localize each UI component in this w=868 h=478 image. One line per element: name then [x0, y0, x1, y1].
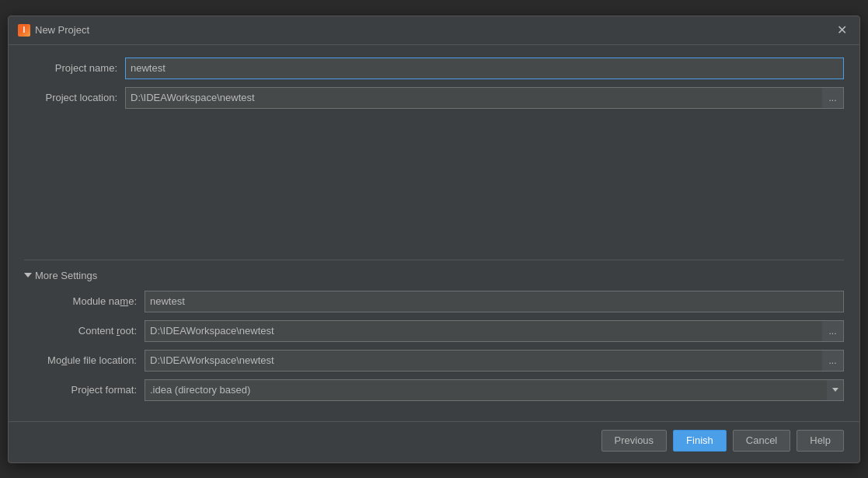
more-settings-form: Module name: Content root: ... [24, 291, 844, 401]
project-location-browse-button[interactable]: ... [822, 87, 844, 109]
dialog-footer: Previous Finish Cancel Help [9, 421, 859, 462]
dialog-body: Project name: Project location: ... More… [9, 45, 859, 421]
content-root-label: Content root: [24, 325, 145, 337]
close-button[interactable]: ✕ [834, 23, 850, 38]
previous-button[interactable]: Previous [601, 430, 668, 452]
project-location-input-group: ... [125, 87, 844, 109]
project-format-select[interactable]: .idea (directory based) [145, 379, 844, 401]
finish-button[interactable]: Finish [673, 430, 727, 452]
module-name-row: Module name: [24, 291, 844, 312]
module-file-location-label: Module file location: [24, 354, 145, 366]
project-location-label: Project location: [24, 92, 125, 103]
content-root-row: Content root: ... [24, 320, 844, 342]
help-button[interactable]: Help [797, 430, 844, 452]
module-file-location-input-group: ... [145, 350, 844, 372]
project-format-label: Project format: [24, 384, 145, 396]
collapse-icon [24, 273, 32, 277]
project-name-input[interactable] [125, 58, 844, 79]
dialog-title: New Project [35, 24, 89, 36]
module-file-location-input[interactable] [145, 350, 822, 372]
module-name-input[interactable] [145, 291, 844, 312]
more-settings-header[interactable]: More Settings [24, 270, 844, 281]
cancel-button[interactable]: Cancel [733, 430, 790, 452]
empty-space [24, 117, 844, 256]
project-name-label: Project name: [24, 62, 125, 74]
title-bar: I New Project ✕ [9, 16, 859, 45]
project-location-row: Project location: ... [24, 87, 844, 109]
content-root-input[interactable] [145, 320, 822, 342]
new-project-dialog: I New Project ✕ Project name: Project lo… [8, 16, 860, 463]
project-format-select-wrapper: .idea (directory based) [145, 379, 844, 401]
idea-icon: I [18, 24, 30, 37]
module-name-label: Module name: [24, 295, 145, 307]
project-name-row: Project name: [24, 58, 844, 79]
content-root-input-group: ... [145, 320, 844, 342]
module-file-location-row: Module file location: ... [24, 350, 844, 372]
more-settings-label: More Settings [35, 270, 97, 281]
title-bar-left: I New Project [18, 24, 89, 37]
more-settings-section: More Settings Module name: Content root: [24, 260, 844, 401]
project-location-input[interactable] [125, 87, 822, 109]
module-file-location-browse-button[interactable]: ... [822, 350, 844, 372]
content-root-browse-button[interactable]: ... [822, 320, 844, 342]
project-format-row: Project format: .idea (directory based) [24, 379, 844, 401]
